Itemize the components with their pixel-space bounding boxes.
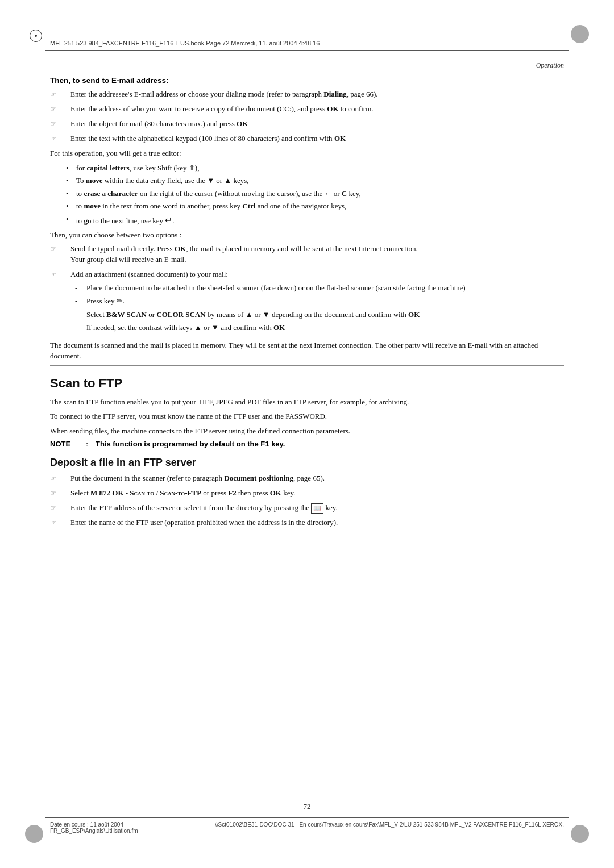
- dash-item-4: - If needed, set the contrast with keys …: [75, 322, 466, 333]
- deposit-item-3: ☞ Enter the FTP address of the server or…: [50, 503, 564, 514]
- section-divider-1: [50, 365, 564, 366]
- reg-mark-tl: [30, 30, 42, 42]
- scan-ftp-intro2: To connect to the FTP server, you must k…: [50, 411, 564, 422]
- deposit-text-2: Select M 872 OK - Scan to / Scan-to-FTP …: [70, 488, 295, 499]
- dot-item-2: • To move within the data entry field, u…: [66, 175, 564, 186]
- header-info: MFL 251 523 984_FAXCENTRE F116_F116 L US…: [50, 40, 564, 47]
- dot-item-1: • for capital letters, use key Shift (ke…: [66, 162, 564, 174]
- dash-text-4: If needed, set the contrast with keys ▲ …: [86, 322, 285, 333]
- bullet-item-4: ☞ Enter the text with the alphabetical k…: [50, 133, 564, 144]
- bullet-item-2: ☞ Enter the address of who you want to r…: [50, 104, 564, 115]
- page-number: - 72 -: [0, 802, 614, 811]
- dot-sym-5: •: [66, 214, 76, 227]
- memo-icon-dep-4: ☞: [50, 518, 70, 528]
- then-choose: Then, you can choose between two options…: [50, 229, 564, 241]
- dash-item-1: - Place the document to be attached in t…: [75, 282, 466, 294]
- dash-text-3: Select B&W SCAN or COLOR SCAN by means o…: [86, 309, 420, 320]
- dot-item-5: • to go to the next line, use key ↵.: [66, 214, 564, 227]
- dash-sym-4: -: [75, 322, 86, 333]
- corner-circle-br: [571, 825, 589, 843]
- file-info: MFL 251 523 984_FAXCENTRE F116_F116 L US…: [50, 40, 320, 47]
- corner-circle-bl: [25, 825, 43, 843]
- option-text-1: Send the typed mail directly. Press OK, …: [70, 244, 418, 265]
- memo-icon-3: ☞: [50, 119, 70, 129]
- scan-ftp-intro1: The scan to FTP function enables you to …: [50, 397, 564, 408]
- email-bullet-list: ☞ Enter the addressee's E-mail address o…: [50, 89, 564, 144]
- deposit-text-1: Put the document in the scanner (refer t…: [70, 473, 325, 484]
- memo-icon-dep-2: ☞: [50, 488, 70, 498]
- page: MFL 251 523 984_FAXCENTRE F116_F116 L US…: [0, 0, 614, 868]
- dot-item-3: • to erase a character on the right of t…: [66, 188, 564, 199]
- dot-text-5: to go to the next line, use key ↵.: [76, 214, 175, 227]
- scan-summary: The document is scanned and the mail is …: [50, 340, 564, 362]
- note-row: NOTE : This function is programmed by de…: [50, 440, 564, 449]
- dash-text-2: Press key ✏.: [86, 295, 125, 307]
- bullet-text-4: Enter the text with the alphabetical key…: [70, 133, 346, 144]
- dot-text-3: to erase a character on the right of the…: [76, 188, 361, 199]
- dash-list: - Place the document to be attached in t…: [75, 282, 466, 333]
- deposit-list: ☞ Put the document in the scanner (refer…: [50, 473, 564, 528]
- deposit-text-3: Enter the FTP address of the server or s…: [70, 503, 338, 514]
- note-label: NOTE: [50, 440, 84, 448]
- for-this-operation: For this operation, you will get a true …: [50, 148, 564, 159]
- bullet-text-1: Enter the addressee's E-mail address or …: [70, 89, 378, 100]
- memo-icon-opt-1: ☞: [50, 244, 70, 254]
- main-content: Then, to send to E-mail address: ☞ Enter…: [50, 74, 564, 794]
- option-text-2: Add an attachment (scanned document) to …: [70, 269, 466, 336]
- deposit-item-4: ☞ Enter the name of the FTP user (operat…: [50, 518, 564, 528]
- dash-sym-1: -: [75, 282, 86, 294]
- corner-circle-tr: [571, 25, 589, 43]
- dot-text-4: to move in the text from one word to ano…: [76, 201, 346, 212]
- bullet-item-3: ☞ Enter the object for mail (80 characte…: [50, 119, 564, 130]
- header-bar: [45, 50, 569, 51]
- top-rule: [45, 57, 569, 57]
- note-colon: :: [84, 440, 96, 449]
- deposit-item-1: ☞ Put the document in the scanner (refer…: [50, 473, 564, 484]
- bullet-item-1: ☞ Enter the addressee's E-mail address o…: [50, 89, 564, 100]
- bottom-info: Date en cours : 11 août 2004 FR_GB_ESP\A…: [50, 821, 564, 834]
- dot-sym-3: •: [66, 188, 76, 199]
- dot-sym-2: •: [66, 175, 76, 186]
- scan-ftp-intro3: When sending files, the machine connects…: [50, 425, 564, 437]
- dash-item-3: - Select B&W SCAN or COLOR SCAN by means…: [75, 309, 466, 320]
- memo-icon-2: ☞: [50, 104, 70, 114]
- deposit-item-2: ☞ Select M 872 OK - Scan to / Scan-to-FT…: [50, 488, 564, 499]
- option-item-1: ☞ Send the typed mail directly. Press OK…: [50, 244, 564, 265]
- dot-text-2: To move within the data entry field, use…: [76, 175, 249, 186]
- bullet-text-3: Enter the object for mail (80 characters…: [70, 119, 248, 130]
- dot-sym-4: •: [66, 201, 76, 212]
- memo-icon-1: ☞: [50, 89, 70, 99]
- dot-list: • for capital letters, use key Shift (ke…: [66, 162, 564, 227]
- memo-icon-opt-2: ☞: [50, 269, 70, 279]
- dash-text-1: Place the document to be attached in the…: [86, 282, 466, 294]
- dash-item-2: - Press key ✏.: [75, 295, 466, 307]
- dash-sym-2: -: [75, 295, 86, 307]
- operation-label: Operation: [536, 61, 564, 70]
- option-item-2: ☞ Add an attachment (scanned document) t…: [50, 269, 564, 336]
- memo-icon-4: ☞: [50, 133, 70, 144]
- dot-sym-1: •: [66, 162, 76, 174]
- bullet-text-2: Enter the address of who you want to rec…: [70, 104, 374, 115]
- dot-text-1: for capital letters, use key Shift (key …: [76, 162, 199, 174]
- bottom-bar: [45, 817, 569, 818]
- memo-icon-dep-1: ☞: [50, 473, 70, 483]
- scan-to-ftp-heading: Scan to FTP: [50, 376, 564, 391]
- dot-item-4: • to move in the text from one word to a…: [66, 201, 564, 212]
- dash-sym-3: -: [75, 309, 86, 320]
- memo-icon-dep-3: ☞: [50, 503, 70, 513]
- footer-left: Date en cours : 11 août 2004 FR_GB_ESP\A…: [50, 821, 138, 834]
- deposit-heading: Deposit a file in an FTP server: [50, 457, 564, 469]
- email-section-title: Then, to send to E-mail address:: [50, 76, 564, 85]
- deposit-text-4: Enter the name of the FTP user (operatio…: [70, 518, 338, 528]
- option-list: ☞ Send the typed mail directly. Press OK…: [50, 244, 564, 336]
- note-text: This function is programmed by default o…: [96, 440, 285, 448]
- footer-right: \\Sct01002\BE31-DOC\DOC 31 - En cours\Tr…: [215, 821, 564, 834]
